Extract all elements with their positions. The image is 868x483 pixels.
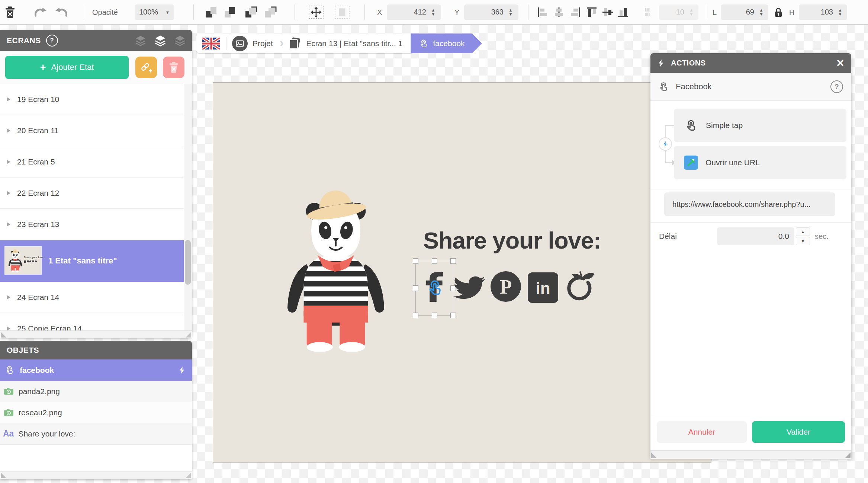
align-top-button[interactable]: [586, 7, 599, 18]
link-screen-button[interactable]: [135, 57, 157, 78]
expand-icon[interactable]: [7, 326, 10, 331]
twitter-object[interactable]: [453, 274, 485, 301]
breadcrumb-project[interactable]: Projet: [229, 35, 276, 52]
delete-object-button[interactable]: [4, 6, 16, 19]
layers-view-icon[interactable]: [134, 35, 147, 47]
language-button[interactable]: [201, 38, 224, 49]
screens-scrollbar-track[interactable]: [184, 84, 192, 330]
close-icon[interactable]: ✕: [836, 57, 845, 69]
toolbar-separator: [84, 4, 84, 20]
screens-panel-resize-bar[interactable]: [0, 330, 192, 338]
screen-layers-icon: [287, 36, 302, 51]
send-backward-button[interactable]: [222, 6, 238, 19]
screen-list-item[interactable]: 20 Ecran 11: [0, 115, 192, 146]
screens-scrollbar-thumb[interactable]: [185, 240, 191, 285]
x-input[interactable]: [387, 7, 428, 17]
panda-illustration[interactable]: [274, 191, 397, 352]
objects-panel-title: OBJETS: [7, 346, 39, 355]
selection-handle[interactable]: [432, 313, 437, 318]
object-item-facebook[interactable]: facebook: [0, 359, 192, 381]
selection-handle[interactable]: [450, 313, 456, 318]
breadcrumb-screen[interactable]: Ecran 13 | Etat "sans titr... 1: [287, 36, 410, 51]
paste-in-place-button[interactable]: [334, 5, 350, 19]
object-item-panda2[interactable]: panda2.png: [0, 381, 192, 402]
expand-icon[interactable]: [7, 295, 10, 300]
selected-state-item[interactable]: Share your love: 1 Etat "sans titre": [0, 240, 192, 282]
screen-list-item[interactable]: 21 Ecran 5: [0, 146, 192, 177]
send-to-back-button[interactable]: [263, 6, 278, 19]
selection-handle[interactable]: [413, 285, 418, 291]
align-right-button[interactable]: [568, 7, 581, 18]
breadcrumb-screen-label: Ecran 13 | Etat "sans titr... 1: [306, 39, 402, 48]
delay-unit: sec.: [815, 232, 829, 241]
trigger-card[interactable]: Simple tap: [674, 109, 846, 142]
actions-panel-resize-bar[interactable]: [650, 450, 851, 459]
height-stepper[interactable]: ▲▼: [835, 8, 845, 16]
send-to-back-icon: [263, 6, 278, 19]
peach-object[interactable]: [566, 270, 596, 301]
width-stepper[interactable]: ▲▼: [756, 8, 766, 16]
actions-object-name: Facebook: [676, 82, 712, 92]
objects-panel-resize-bar[interactable]: [0, 471, 192, 479]
y-stepper[interactable]: ▲▼: [506, 8, 515, 16]
lock-ratio-button[interactable]: [774, 7, 783, 18]
align-left-button[interactable]: [537, 7, 550, 18]
delay-input[interactable]: [717, 227, 794, 245]
screen-list-item[interactable]: 23 Ecran 13: [0, 209, 192, 240]
selection-handle[interactable]: [413, 313, 418, 318]
bring-to-front-button[interactable]: [243, 6, 259, 19]
pinterest-object[interactable]: P: [490, 271, 522, 303]
help-icon[interactable]: ?: [830, 80, 843, 93]
expand-icon[interactable]: [7, 160, 10, 164]
cancel-button[interactable]: Annuler: [657, 421, 747, 443]
screen-list-item[interactable]: 19 Ecran 10: [0, 84, 192, 115]
x-stepper[interactable]: ▲▼: [428, 8, 438, 16]
spacing-input[interactable]: [659, 7, 687, 17]
action-card[interactable]: Ouvrir une URL: [674, 146, 846, 179]
spacing-stepper[interactable]: ▲▼: [687, 8, 696, 16]
layers-view-icon[interactable]: [173, 35, 187, 47]
design-canvas[interactable]: Share your love: f P in: [213, 82, 711, 463]
screen-list-item[interactable]: 24 Ecran 14: [0, 282, 192, 313]
confirm-button[interactable]: Valider: [752, 421, 845, 443]
thumbnail-caption: Share your love:: [24, 256, 44, 259]
flag-icon: [202, 38, 220, 49]
distribute-horizontal-button[interactable]: [642, 7, 653, 18]
height-input[interactable]: [799, 7, 835, 17]
redo-button[interactable]: [54, 6, 69, 18]
move-tool-button[interactable]: [308, 5, 324, 19]
open-url-icon: [684, 156, 698, 170]
delete-screen-button[interactable]: [163, 57, 184, 78]
height-label: H: [789, 8, 794, 16]
align-middle-button[interactable]: [602, 7, 614, 18]
add-state-button[interactable]: + Ajouter Etat: [5, 56, 129, 79]
width-input[interactable]: [721, 7, 756, 17]
undo-button[interactable]: [33, 6, 48, 18]
expand-icon[interactable]: [7, 222, 10, 227]
align-center-button[interactable]: [553, 7, 565, 18]
bring-forward-button[interactable]: [204, 6, 219, 19]
breadcrumb-object[interactable]: facebook: [411, 33, 482, 53]
object-item-text[interactable]: Aa Share your love:: [0, 423, 192, 445]
help-icon[interactable]: ?: [46, 35, 58, 47]
selection-handle[interactable]: [413, 258, 418, 264]
selection-handle[interactable]: [450, 258, 456, 264]
object-item-reseau2[interactable]: reseau2.png: [0, 402, 192, 423]
y-input[interactable]: [464, 7, 506, 17]
url-field[interactable]: https://www.facebook.com/sharer.php?u...: [664, 192, 835, 216]
expand-icon[interactable]: [7, 191, 10, 195]
align-bottom-button[interactable]: [617, 7, 630, 18]
opacity-select[interactable]: 100% ▼: [135, 4, 174, 20]
layers-view-active-icon[interactable]: [153, 34, 167, 47]
selection-handle[interactable]: [432, 258, 437, 264]
spin-down-icon[interactable]: ▼: [796, 237, 810, 245]
screen-list-item[interactable]: 25 Copie Ecran 14: [0, 313, 192, 330]
screen-list-item[interactable]: 22 Ecran 12: [0, 177, 192, 209]
linkedin-object[interactable]: in: [528, 272, 558, 303]
spin-up-icon[interactable]: ▲: [796, 227, 810, 236]
expand-icon[interactable]: [7, 97, 10, 102]
expand-icon[interactable]: [7, 128, 10, 133]
canvas-heading-text[interactable]: Share your love:: [423, 227, 601, 254]
object-label: Share your love:: [18, 429, 75, 438]
top-toolbar: Opacité 100% ▼ X ▲▼ Y: [0, 0, 868, 25]
